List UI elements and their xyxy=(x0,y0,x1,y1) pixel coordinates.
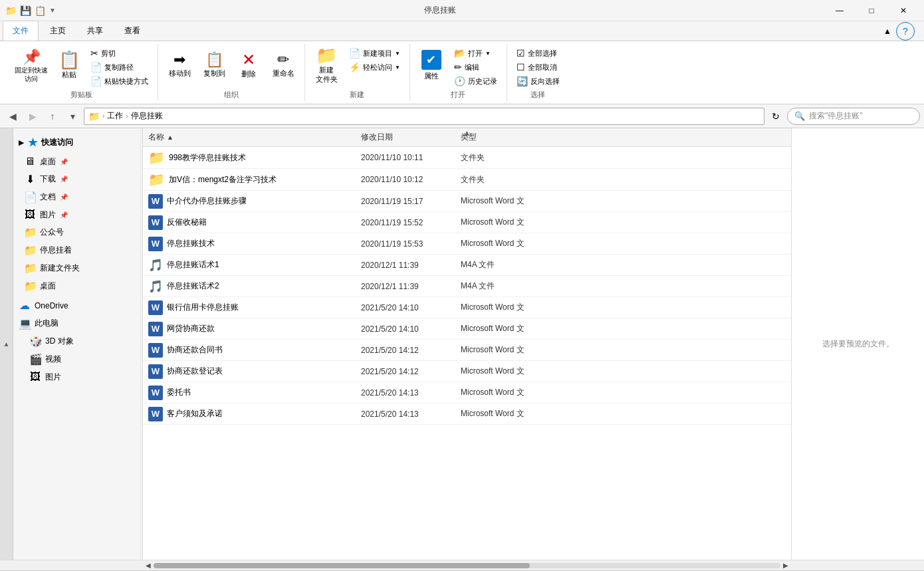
file-row[interactable]: 🎵 停息挂账话术2 2020/12/1 11:39 M4A 文件 xyxy=(143,276,791,297)
col-header-date[interactable]: 修改日期 xyxy=(356,128,455,146)
tab-view[interactable]: 查看 xyxy=(114,21,150,41)
pin-quick-access-button[interactable]: 📌 固定到快速访问 xyxy=(11,47,52,86)
ribbon-group-select-content: ☑ 全部选择 ☐ 全部取消 🔄 反向选择 xyxy=(513,44,564,88)
edit-button[interactable]: ✏ 编辑 xyxy=(450,60,501,74)
file-row[interactable]: W 客户须知及承诺 2021/5/20 14:13 Microsoft Word… xyxy=(143,403,791,425)
dropdown-arrow[interactable]: ▼ xyxy=(49,7,56,14)
up-button[interactable]: ↑ xyxy=(44,108,61,125)
select-all-button[interactable]: ☑ 全部选择 xyxy=(513,47,564,60)
sidebar-item-onedrive[interactable]: ☁ OneDrive xyxy=(13,296,140,314)
sidebar-item-pictures[interactable]: 🖼 图片 📌 xyxy=(13,206,140,223)
sidebar-item-downloads[interactable]: ⬇ 下载 📌 xyxy=(13,170,140,188)
cut-button[interactable]: ✂ 剪切 xyxy=(86,47,152,60)
pictures-label: 图片 xyxy=(40,209,56,221)
paste-button[interactable]: 📋 粘贴 xyxy=(55,47,84,84)
col-header-name[interactable]: 名称 ▲ xyxy=(143,128,356,146)
path-current[interactable]: 停息挂账 xyxy=(131,110,163,122)
refresh-button[interactable]: ↻ xyxy=(767,108,784,125)
sidebar-item-desktop[interactable]: 🖥 桌面 📌 xyxy=(13,153,140,170)
invert-select-button[interactable]: 🔄 反向选择 xyxy=(513,74,564,88)
file-row[interactable]: W 网贷协商还款 2021/5/20 14:10 Microsoft Word … xyxy=(143,318,791,340)
col-header-type[interactable]: 类型 xyxy=(455,128,588,146)
main-area: ▲ ▶ ★ 快速访问 🖥 桌面 📌 ⬇ 下载 📌 xyxy=(0,128,924,560)
file-type-cell: Microsoft Word 文 xyxy=(455,384,588,401)
file-row[interactable]: 🎵 停息挂账话术1 2020/12/1 11:39 M4A 文件 xyxy=(143,255,791,276)
file-date-cell: 2021/5/20 14:10 xyxy=(356,300,455,315)
maximize-button[interactable]: □ xyxy=(856,0,887,21)
recent-paths-button[interactable]: ▾ xyxy=(64,108,81,125)
file-row[interactable]: W 中介代办停息挂账步骤 2020/11/19 15:17 Microsoft … xyxy=(143,191,791,212)
sidebar-scroll-up[interactable]: ▲ xyxy=(0,128,13,560)
forward-button[interactable]: ▶ xyxy=(24,108,41,125)
select-none-icon: ☐ xyxy=(517,62,525,72)
file-type-cell: Microsoft Word 文 xyxy=(455,299,588,316)
delete-label: 删除 xyxy=(241,69,256,79)
rename-icon: ✏ xyxy=(277,53,289,67)
folder-icon-gz: 📁 xyxy=(24,226,36,239)
easy-access-button[interactable]: ⚡ 轻松访问 ▼ xyxy=(345,60,404,74)
tab-home[interactable]: 主页 xyxy=(40,21,76,41)
open-button[interactable]: 📂 打开 ▼ xyxy=(450,47,501,60)
file-type-cell: Microsoft Word 文 xyxy=(455,320,588,337)
file-date-cell: 2020/11/10 10:11 xyxy=(356,150,455,165)
quick-access-header[interactable]: ▶ ★ 快速访问 xyxy=(13,132,140,153)
delete-button[interactable]: ✕ 删除 xyxy=(233,47,265,84)
word-icon: W xyxy=(148,194,163,209)
m4a-icon: 🎵 xyxy=(148,279,163,294)
move-to-button[interactable]: ➡ 移动到 xyxy=(164,47,195,84)
select-none-button[interactable]: ☐ 全部取消 xyxy=(513,60,564,74)
close-button[interactable]: ✕ xyxy=(888,0,919,21)
file-row[interactable]: W 反催收秘籍 2020/11/19 15:52 Microsoft Word … xyxy=(143,212,791,233)
properties-button[interactable]: ✔ 属性 xyxy=(415,47,447,84)
tab-file[interactable]: 文件 xyxy=(3,21,39,41)
scroll-up-btn[interactable]: ▲ xyxy=(463,128,471,138)
copy-path-icon: 📄 xyxy=(90,62,102,72)
sidebar-item-tingxi[interactable]: 📁 停息挂着 xyxy=(13,241,140,259)
quick-access-section: ▶ ★ 快速访问 🖥 桌面 📌 ⬇ 下载 📌 📄 文档 📌 xyxy=(13,131,140,296)
file-name-text: 委托书 xyxy=(167,387,191,398)
new-col: 📄 新建项目 ▼ ⚡ 轻松访问 ▼ xyxy=(345,47,404,74)
file-row[interactable]: W 协商还款合同书 2021/5/20 14:12 Microsoft Word… xyxy=(143,340,791,361)
scroll-left-btn[interactable]: ◀ xyxy=(143,560,154,571)
copy-to-button[interactable]: 📋 复制到 xyxy=(198,47,230,84)
ribbon-collapse-btn[interactable]: ▲ xyxy=(881,25,893,37)
sidebar-item-newdir[interactable]: 📁 新建文件夹 xyxy=(13,259,140,277)
file-row[interactable]: W 协商还款登记表 2021/5/20 14:12 Microsoft Word… xyxy=(143,361,791,382)
file-type-cell: 文件夹 xyxy=(455,171,588,188)
new-folder-button[interactable]: 📁 新建文件夹 xyxy=(310,47,342,84)
help-button[interactable]: ? xyxy=(896,22,915,41)
minimize-button[interactable]: — xyxy=(824,0,855,21)
open-col: 📂 打开 ▼ ✏ 编辑 🕐 历史记录 xyxy=(450,47,501,88)
paste-shortcut-button[interactable]: 📄 粘贴快捷方式 xyxy=(86,74,152,88)
file-list-header: ▲ 名称 ▲ 修改日期 类型 xyxy=(143,128,791,147)
tab-share[interactable]: 共享 xyxy=(77,21,113,41)
file-row[interactable]: 📁 加V信：mengxt2备注学习技术 2020/11/10 10:12 文件夹 xyxy=(143,169,791,191)
open-icon: 📂 xyxy=(454,48,465,58)
sidebar-item-desktop2[interactable]: 📁 桌面 xyxy=(13,277,140,295)
new-item-button[interactable]: 📄 新建项目 ▼ xyxy=(345,47,404,60)
sidebar-item-videos[interactable]: 🎬 视频 xyxy=(13,350,140,368)
search-box[interactable]: 🔍 搜索"停息挂账" xyxy=(787,108,920,125)
hscroll-thumb[interactable] xyxy=(154,563,530,568)
file-type-cell: Microsoft Word 文 xyxy=(455,363,588,380)
sidebar-item-thispc[interactable]: 💻 此电脑 xyxy=(13,314,140,332)
file-row[interactable]: W 停息挂账技术 2020/11/19 15:53 Microsoft Word… xyxy=(143,233,791,255)
sidebar-item-3dobjects[interactable]: 🎲 3D 对象 xyxy=(13,332,140,350)
path-work[interactable]: 工作 xyxy=(107,110,123,122)
sidebar-item-pictures2[interactable]: 🖼 图片 xyxy=(13,368,140,386)
sidebar-item-documents[interactable]: 📄 文档 📌 xyxy=(13,188,140,206)
col-name-label: 名称 xyxy=(148,132,164,143)
back-button[interactable]: ◀ xyxy=(4,108,21,125)
history-button[interactable]: 🕐 历史记录 xyxy=(450,74,501,88)
copy-path-button[interactable]: 📄 复制路径 xyxy=(86,60,152,74)
rename-button[interactable]: ✏ 重命名 xyxy=(267,47,299,84)
file-row[interactable]: 📁 998教学停息挂账技术 2020/11/10 10:11 文件夹 xyxy=(143,147,791,169)
scroll-right-btn[interactable]: ▶ xyxy=(780,560,791,571)
file-row[interactable]: W 银行信用卡停息挂账 2021/5/20 14:10 Microsoft Wo… xyxy=(143,297,791,318)
file-row[interactable]: W 委托书 2021/5/20 14:13 Microsoft Word 文 xyxy=(143,382,791,403)
easy-access-arrow: ▼ xyxy=(395,64,400,70)
thispc-icon: 💻 xyxy=(19,317,31,330)
pin-indicator: 📌 xyxy=(60,158,68,166)
address-path[interactable]: 📁 › 工作 › 停息挂账 xyxy=(84,108,764,125)
sidebar-item-gongzhonghao[interactable]: 📁 公众号 xyxy=(13,223,140,241)
